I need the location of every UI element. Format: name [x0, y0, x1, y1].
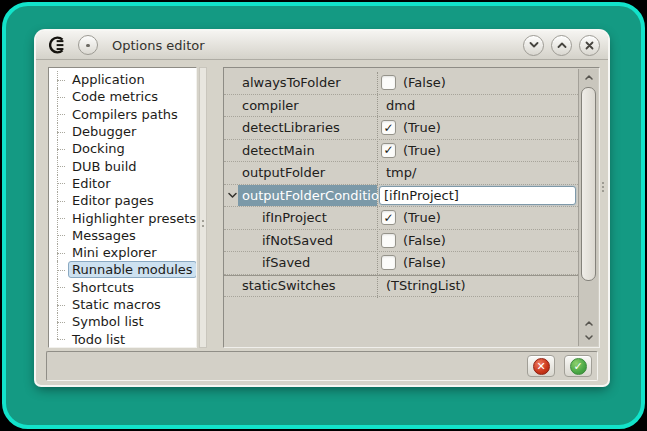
- titlebar-buttons: [523, 35, 600, 56]
- accept-check-icon: ✓: [570, 358, 587, 375]
- sidebar-item-label: Highlighter presets: [68, 210, 197, 227]
- grid-value-cell: (False): [381, 230, 576, 252]
- grid-row-ifinproject[interactable]: ifInProject✓(True): [224, 207, 578, 230]
- close-icon: [585, 41, 594, 50]
- grid-value[interactable]: dmd: [386, 98, 415, 113]
- sidebar-item-label: Todo list: [68, 331, 129, 348]
- sidebar-item-label: Debugger: [68, 123, 140, 140]
- sidebar-item-highlighter-presets[interactable]: Highlighter presets: [49, 209, 196, 226]
- grid-value[interactable]: (TStringList): [386, 278, 466, 293]
- grid-row-ifnotsaved[interactable]: ifNotSaved(False): [224, 230, 578, 253]
- chevron-up-icon: [585, 75, 593, 80]
- sidebar-item-docking[interactable]: Docking: [49, 140, 196, 157]
- sidebar-item-label: Shortcuts: [68, 279, 138, 296]
- value-label: (True): [403, 143, 441, 158]
- sidebar-item-label: Messages: [68, 227, 140, 244]
- grid-row-staticswitches[interactable]: staticSwitches(TStringList): [224, 275, 578, 298]
- grid-row-ifsaved[interactable]: ifSaved(False): [224, 252, 578, 275]
- chevron-down-icon: [585, 335, 593, 340]
- value-label: (True): [403, 210, 441, 225]
- property-rows: alwaysToFolder(False)compilerdmddetectLi…: [224, 72, 578, 297]
- sidebar-item-label: DUB build: [68, 158, 141, 175]
- titlebar[interactable]: Options editor: [36, 31, 608, 60]
- chevron-up-icon: [557, 42, 567, 48]
- sidebar-item-shortcuts[interactable]: Shortcuts: [49, 279, 196, 296]
- scroll-down-button[interactable]: [580, 330, 597, 345]
- sidebar-item-editor-pages[interactable]: Editor pages: [49, 192, 196, 209]
- sidebar-item-symbol-list[interactable]: Symbol list: [49, 313, 196, 330]
- footer-bar: ✕ ✓: [46, 351, 598, 381]
- sidebar-item-mini-explorer[interactable]: Mini explorer: [49, 244, 196, 261]
- sidebar-item-label: Mini explorer: [68, 244, 161, 261]
- edge-grip-icon: [602, 182, 604, 184]
- sidebar-item-todo-list[interactable]: Todo list: [49, 330, 196, 347]
- scroll-up-button-secondary[interactable]: [580, 316, 597, 331]
- ifnotsaved-checkbox[interactable]: [381, 233, 396, 248]
- grid-value-cell: tmp/: [381, 162, 576, 184]
- sidebar-splitter[interactable]: [199, 67, 207, 348]
- sidebar-item-runnable-modules[interactable]: Runnable modules: [49, 261, 196, 278]
- options-editor-window: Options editor: [36, 31, 608, 385]
- sidebar-item-editor[interactable]: Editor: [49, 175, 196, 192]
- grid-row-outputfolder[interactable]: outputFoldertmp/: [224, 162, 578, 185]
- sidebar-item-label: Editor: [68, 175, 114, 192]
- sidebar-item-code-metrics[interactable]: Code metrics: [49, 88, 196, 105]
- value-label: (False): [403, 233, 446, 248]
- splitter-grip-icon: [202, 220, 204, 222]
- grid-value-cell: ✓(True): [381, 207, 576, 229]
- value-label: (False): [403, 255, 446, 270]
- coedit-logo-icon: [49, 36, 67, 54]
- grid-row-detectmain[interactable]: detectMain✓(True): [224, 140, 578, 163]
- grid-row-detectlibraries[interactable]: detectLibraries✓(True): [224, 117, 578, 140]
- grid-value-cell: (False): [381, 72, 576, 94]
- grid-key[interactable]: detectLibraries: [242, 117, 340, 139]
- sidebar-item-label: Code metrics: [68, 88, 162, 105]
- detectlibraries-checkbox[interactable]: ✓: [381, 120, 396, 135]
- cancel-button[interactable]: ✕: [527, 355, 555, 377]
- grid-row-compiler[interactable]: compilerdmd: [224, 95, 578, 118]
- grid-key[interactable]: ifInProject: [262, 207, 327, 229]
- chevron-up-icon: [585, 321, 593, 326]
- sidebar-item-dub-build[interactable]: DUB build: [49, 157, 196, 174]
- chevron-down-icon: [529, 42, 539, 48]
- sidebar-item-application[interactable]: Application: [49, 71, 196, 88]
- grid-key[interactable]: ifNotSaved: [262, 230, 333, 252]
- grid-key[interactable]: ifSaved: [262, 252, 310, 274]
- scrollbar-thumb[interactable]: [581, 87, 596, 281]
- grid-row-alwaystofolder[interactable]: alwaysToFolder(False): [224, 72, 578, 95]
- grid-key[interactable]: detectMain: [242, 140, 315, 162]
- close-button[interactable]: [579, 35, 600, 56]
- scroll-up-button[interactable]: [580, 70, 597, 85]
- grid-value-cell: dmd: [381, 95, 576, 117]
- shade-button[interactable]: [523, 35, 544, 56]
- grid-row-outputfolderconditions[interactable]: outputFolderConditions: [224, 185, 578, 208]
- accept-button[interactable]: ✓: [564, 355, 592, 377]
- sidebar-item-static-macros[interactable]: Static macros: [49, 296, 196, 313]
- grid-value[interactable]: tmp/: [386, 165, 416, 180]
- ifsaved-checkbox[interactable]: [381, 255, 396, 270]
- window-title: Options editor: [112, 38, 205, 53]
- grid-key[interactable]: outputFolder: [242, 162, 325, 184]
- property-grid[interactable]: alwaysToFolder(False)compilerdmddetectLi…: [223, 67, 600, 348]
- grid-key[interactable]: staticSwitches: [242, 276, 335, 297]
- sidebar-item-label: Symbol list: [68, 313, 148, 330]
- outputfolderconditions-input[interactable]: [379, 186, 576, 206]
- grid-key[interactable]: alwaysToFolder: [242, 72, 341, 94]
- value-label: (False): [403, 75, 446, 90]
- grid-scrollbar[interactable]: [578, 69, 598, 346]
- sidebar-item-label: Docking: [68, 140, 129, 157]
- window-menu-button[interactable]: [78, 35, 98, 55]
- grid-value-cell: ✓(True): [381, 140, 576, 162]
- window-menu-icon: [86, 44, 90, 47]
- sidebar-item-compilers-paths[interactable]: Compilers paths: [49, 106, 196, 123]
- grid-key[interactable]: outputFolderConditions: [238, 185, 377, 207]
- grid-key[interactable]: compiler: [242, 95, 299, 117]
- ifinproject-checkbox[interactable]: ✓: [381, 210, 396, 225]
- sidebar-item-debugger[interactable]: Debugger: [49, 123, 196, 140]
- sidebar-item-label: Compilers paths: [68, 106, 182, 123]
- maximize-button[interactable]: [551, 35, 572, 56]
- sidebar-item-messages[interactable]: Messages: [49, 227, 196, 244]
- alwaystofolder-checkbox[interactable]: [381, 75, 396, 90]
- detectmain-checkbox[interactable]: ✓: [381, 143, 396, 158]
- category-list[interactable]: ApplicationCode metricsCompilers pathsDe…: [48, 67, 197, 348]
